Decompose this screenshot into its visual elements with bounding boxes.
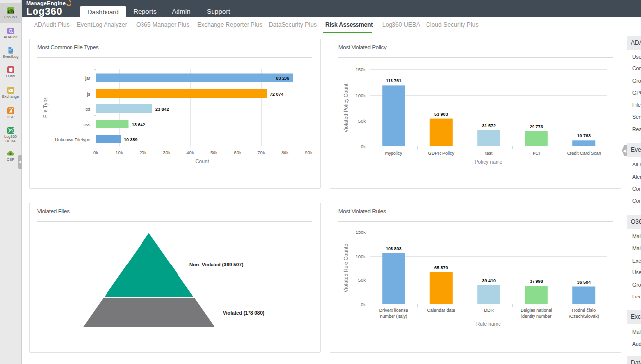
svg-text:13 642: 13 642 [132,122,145,127]
svg-text:37 998: 37 998 [530,279,543,284]
svg-text:10 389: 10 389 [124,137,138,142]
svg-text:mypolicy: mypolicy [385,151,403,156]
svg-text:Drivers license: Drivers license [379,308,408,313]
svg-text:100k: 100k [356,93,366,98]
svg-text:65 870: 65 870 [434,265,448,270]
svg-text:100k: 100k [356,254,366,259]
svg-text:DDR: DDR [484,308,494,313]
svg-text:50k: 50k [358,118,366,124]
svg-text:10k: 10k [115,150,123,155]
svg-text:test: test [485,151,493,156]
svg-text:150k: 150k [356,67,366,72]
svg-text:Rodné číslo: Rodné číslo [572,308,596,313]
svg-text:jar: jar [85,76,90,81]
svg-text:js: js [87,92,91,97]
svg-text:50k: 50k [210,150,218,155]
svg-text:20k: 20k [139,150,147,155]
svg-text:0k: 0k [361,302,366,307]
svg-text:105 803: 105 803 [386,246,402,251]
svg-text:0k: 0k [361,144,366,149]
svg-text:83 206: 83 206 [276,76,289,81]
svg-text:40k: 40k [186,150,194,155]
svg-text:LOG: LOG [10,52,13,54]
svg-text:0k: 0k [93,150,98,155]
svg-text:txt: txt [85,107,90,112]
svg-text:Credit Card Scan: Credit Card Scan [567,151,601,156]
svg-text:10 763: 10 763 [577,133,591,138]
svg-text:Calendar date: Calendar date [427,308,456,313]
svg-text:Belgian national: Belgian national [521,308,552,313]
svg-text:Count: Count [195,159,209,164]
svg-text:70k: 70k [257,150,265,155]
svg-text:360: 360 [8,11,13,14]
svg-text:60k: 60k [234,150,242,155]
svg-text:css: css [84,122,91,127]
svg-text:80k: 80k [281,150,289,155]
svg-text:Violated Rule Counte: Violated Rule Counte [343,244,349,293]
svg-text:150k: 150k [356,230,366,235]
svg-text:72 074: 72 074 [270,92,284,97]
svg-text:31 572: 31 572 [482,123,496,128]
svg-text:53 903: 53 903 [434,112,448,117]
svg-text:118 761: 118 761 [386,78,401,83]
svg-text:29 773: 29 773 [530,124,543,129]
svg-text:Violated Policy Count: Violated Policy Count [343,83,349,132]
svg-text:36 504: 36 504 [577,280,591,285]
svg-text:Unknown Filetype: Unknown Filetype [55,137,90,142]
svg-text:50k: 50k [358,277,366,283]
svg-text:PCI: PCI [533,151,540,156]
svg-text:Rule name: Rule name [476,321,501,327]
svg-text:File Type: File Type [43,97,48,118]
svg-text:39 410: 39 410 [482,278,496,283]
svg-text:23 842: 23 842 [155,107,169,112]
svg-text:Policy name: Policy name [475,159,503,165]
svg-text:30k: 30k [163,150,171,155]
svg-text:number (Italy): number (Italy) [380,314,407,319]
svg-text:GDPR Policy: GDPR Policy [428,151,455,156]
svg-text:Violated (178 080): Violated (178 080) [223,310,264,316]
svg-text:Non–Violated (369 507): Non–Violated (369 507) [189,262,243,267]
svg-text:(Czech/Slovak): (Czech/Slovak) [569,314,599,319]
svg-text:90k: 90k [305,150,313,155]
svg-text:identity number: identity number [521,314,552,319]
